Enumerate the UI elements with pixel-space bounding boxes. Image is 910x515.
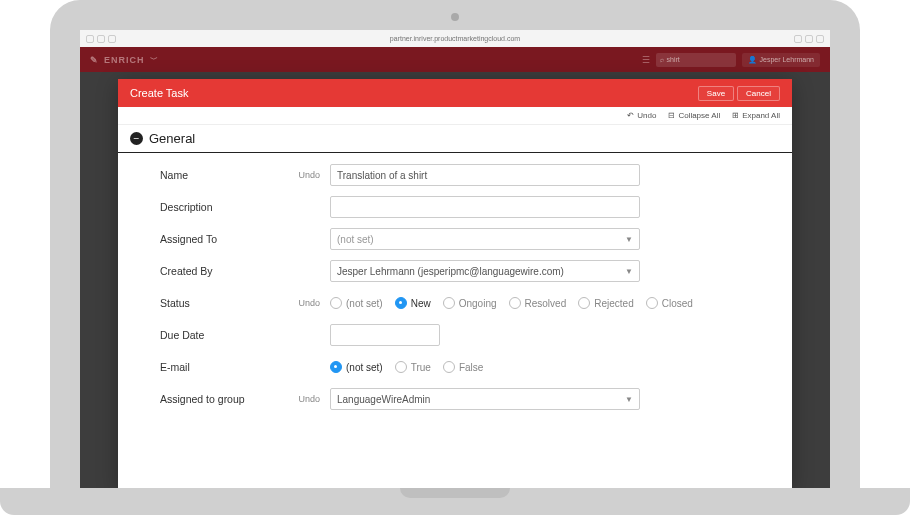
modal-toolbar: ↶ Undo ⊟ Collapse All ⊞ Expand All [118, 107, 792, 125]
browser-back-button[interactable] [86, 35, 94, 43]
modal-title: Create Task [130, 87, 189, 99]
search-value: shirt [667, 56, 680, 63]
field-label: Status [160, 297, 290, 309]
radio-icon [509, 297, 521, 309]
form-body: Name Undo Description [118, 153, 792, 415]
status-radio-group: (not set) New Ongoing [330, 297, 750, 309]
select-value: Jesper Lehrmann (jesperipmc@languagewire… [337, 266, 564, 277]
modal-header: Create Task Save Cancel [118, 79, 792, 107]
field-label: Description [160, 201, 290, 213]
collapse-icon: ⊟ [668, 111, 675, 120]
field-assigned-group-row: Assigned to group Undo LanguageWireAdmin… [160, 383, 750, 415]
undo-icon: ↶ [627, 111, 634, 120]
browser-tabs-button[interactable] [816, 35, 824, 43]
radio-icon [395, 361, 407, 373]
radio-icon [443, 361, 455, 373]
user-menu-button[interactable]: 👤 Jesper Lehrmann [742, 53, 820, 67]
laptop-base [0, 488, 910, 515]
undo-button[interactable]: ↶ Undo [627, 111, 656, 120]
browser-forward-button[interactable] [97, 35, 105, 43]
email-radio-group: (not set) True False [330, 361, 750, 373]
expand-icon: ⊞ [732, 111, 739, 120]
assigned-group-select[interactable]: LanguageWireAdmin ▼ [330, 388, 640, 410]
email-option-not-set[interactable]: (not set) [330, 361, 383, 373]
browser-url-bar[interactable]: partner.inriver.productmarketingcloud.co… [120, 35, 790, 42]
due-date-input[interactable] [330, 324, 440, 346]
radio-icon [443, 297, 455, 309]
status-option-closed[interactable]: Closed [646, 297, 693, 309]
name-input[interactable] [330, 164, 640, 186]
field-undo-button[interactable]: Undo [290, 170, 330, 180]
user-icon: 👤 [748, 56, 757, 64]
email-option-false[interactable]: False [443, 361, 483, 373]
radio-icon [578, 297, 590, 309]
chevron-down-icon: ▼ [625, 267, 633, 276]
search-input[interactable]: ⌕ shirt [656, 53, 736, 67]
edit-icon: ✎ [90, 55, 99, 65]
collapse-all-button[interactable]: ⊟ Collapse All [668, 111, 720, 120]
field-label: E-mail [160, 361, 290, 373]
status-option-not-set[interactable]: (not set) [330, 297, 383, 309]
section-title: General [149, 131, 195, 146]
radio-icon [395, 297, 407, 309]
field-due-date-row: Due Date [160, 319, 750, 351]
browser-share-button[interactable] [805, 35, 813, 43]
laptop-mockup: partner.inriver.productmarketingcloud.co… [0, 0, 910, 515]
create-task-modal: Create Task Save Cancel ↶ Undo ⊟ [118, 79, 792, 488]
assigned-to-select[interactable]: (not set) ▼ [330, 228, 640, 250]
section-general-header[interactable]: − General [118, 125, 792, 153]
field-label: Assigned To [160, 233, 290, 245]
select-value: (not set) [337, 234, 374, 245]
laptop-notch [400, 488, 510, 498]
app-title: ENRICH [104, 55, 145, 65]
field-name-row: Name Undo [160, 159, 750, 191]
browser-reader-button[interactable] [794, 35, 802, 43]
radio-icon [330, 361, 342, 373]
cancel-button[interactable]: Cancel [737, 86, 780, 101]
chevron-down-icon[interactable]: ﹀ [150, 54, 159, 65]
status-option-rejected[interactable]: Rejected [578, 297, 633, 309]
field-status-row: Status Undo (not set) New [160, 287, 750, 319]
select-value: LanguageWireAdmin [337, 394, 430, 405]
user-label: Jesper Lehrmann [760, 56, 814, 63]
save-button[interactable]: Save [698, 86, 734, 101]
field-label: Name [160, 169, 290, 181]
field-undo-button[interactable]: Undo [290, 394, 330, 404]
radio-icon [646, 297, 658, 309]
menu-icon[interactable]: ☰ [642, 55, 650, 65]
status-option-ongoing[interactable]: Ongoing [443, 297, 497, 309]
browser-refresh-button[interactable] [108, 35, 116, 43]
radio-icon [330, 297, 342, 309]
email-option-true[interactable]: True [395, 361, 431, 373]
field-assigned-to-row: Assigned To (not set) ▼ [160, 223, 750, 255]
chevron-down-icon: ▼ [625, 235, 633, 244]
search-icon: ⌕ [660, 56, 664, 63]
field-undo-button[interactable]: Undo [290, 298, 330, 308]
chevron-down-icon: ▼ [625, 395, 633, 404]
field-label: Due Date [160, 329, 290, 341]
status-option-resolved[interactable]: Resolved [509, 297, 567, 309]
created-by-select[interactable]: Jesper Lehrmann (jesperipmc@languagewire… [330, 260, 640, 282]
description-input[interactable] [330, 196, 640, 218]
field-label: Created By [160, 265, 290, 277]
field-description-row: Description [160, 191, 750, 223]
status-option-new[interactable]: New [395, 297, 431, 309]
field-created-by-row: Created By Jesper Lehrmann (jesperipmc@l… [160, 255, 750, 287]
laptop-camera [451, 13, 459, 21]
expand-all-button[interactable]: ⊞ Expand All [732, 111, 780, 120]
field-label: Assigned to group [160, 393, 290, 405]
browser-chrome: partner.inriver.productmarketingcloud.co… [80, 30, 830, 47]
field-email-row: E-mail (not set) True [160, 351, 750, 383]
app-header: ✎ ENRICH ﹀ ☰ ⌕ shirt 👤 Jesper Lehrmann [80, 47, 830, 72]
minus-circle-icon: − [130, 132, 143, 145]
